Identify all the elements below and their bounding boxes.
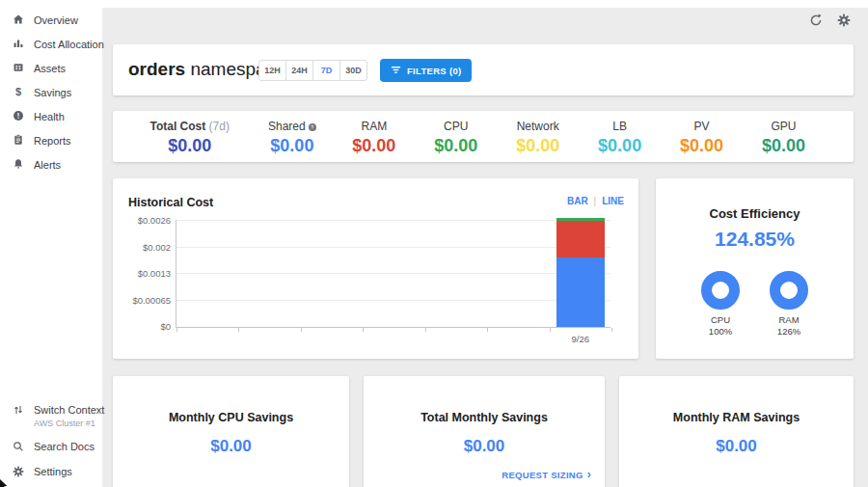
donut-percent: 100%: [694, 326, 746, 337]
efficiency-donuts: CPU 100% RAM 126%: [656, 271, 854, 337]
top-edge-strip: [0, 0, 868, 8]
cost-efficiency-title: Cost Efficiency: [656, 206, 854, 221]
stat-shared: Shared? $0.00: [251, 120, 333, 162]
x-axis-tick: [176, 328, 177, 332]
sidebar-item-label: Assets: [34, 63, 66, 74]
stat-label: Network: [497, 120, 579, 133]
x-axis-tick: [425, 328, 426, 332]
chart-gridline: [176, 273, 610, 274]
x-axis-tick: [301, 328, 302, 332]
clipboard-icon: [13, 134, 24, 148]
savings-card-title: Monthly CPU Savings: [113, 411, 349, 424]
savings-card-value: $0.00: [364, 437, 605, 456]
cost-summary-card: Total Cost (7d) $0.00 Shared? $0.00 RAM …: [113, 111, 854, 162]
stat-label: GPU: [743, 120, 825, 133]
donut-percent: 126%: [763, 326, 815, 337]
stat-ram: RAM $0.00: [333, 120, 415, 162]
sidebar-item-label: Overview: [34, 14, 78, 26]
sidebar-item-health[interactable]: Health: [0, 104, 102, 128]
stat-pv: PV $0.00: [661, 120, 743, 162]
sidebar-nav: Overview Cost Allocation Assets $ Saving…: [0, 0, 102, 176]
donut-label: RAM: [763, 314, 815, 325]
bar-segment-blue[interactable]: [556, 257, 605, 327]
chart-gridline: [176, 300, 610, 301]
time-range-7d-button[interactable]: 7D: [312, 60, 340, 81]
time-range-24h-button[interactable]: 24H: [285, 60, 313, 81]
filters-button[interactable]: FILTERS (0): [380, 59, 472, 82]
line-view-button[interactable]: LINE: [602, 196, 624, 206]
stat-value: $0.00: [497, 136, 579, 156]
sidebar-item-settings[interactable]: Settings: [0, 460, 102, 485]
donut-ring: [701, 271, 740, 310]
sidebar-item-assets[interactable]: Assets: [0, 56, 102, 80]
current-cluster-label: AWS Cluster #1: [34, 418, 104, 429]
sidebar-item-label: Cost Allocation: [34, 39, 104, 50]
sidebar-item-alerts[interactable]: Alerts: [0, 152, 102, 176]
historical-plot: $0$0.00065$0.0013$0.002$0.00269/26: [176, 220, 610, 328]
stat-value: $0.00: [333, 136, 415, 156]
bar-segment-green[interactable]: [556, 218, 605, 221]
historical-cost-card: Historical Cost BAR | LINE $0$0.00065$0.…: [113, 178, 638, 359]
stat-value: $0.00: [251, 136, 333, 156]
sidebar: Overview Cost Allocation Assets $ Saving…: [0, 0, 102, 487]
sidebar-item-cost-allocation[interactable]: Cost Allocation: [0, 32, 102, 56]
bar-chart-icon: [13, 38, 24, 51]
sidebar-footer: Switch Context AWS Cluster #1 Search Doc…: [0, 398, 102, 485]
y-axis-label: $0.0013: [117, 268, 171, 279]
time-range-12h-button[interactable]: 12H: [258, 60, 286, 81]
y-axis-label: $0: [117, 321, 171, 332]
time-range-group: 12H 24H 7D 30D: [258, 60, 367, 81]
x-axis-tick: [611, 328, 612, 332]
bar-view-button[interactable]: BAR: [567, 196, 588, 206]
y-axis-label: $0.00065: [117, 295, 171, 306]
cost-efficiency-value: 124.85%: [656, 228, 854, 251]
donut-ring: [770, 271, 808, 310]
filter-list-icon: [391, 65, 401, 77]
stat-value: $0.00: [128, 136, 251, 156]
x-axis-tick: [550, 328, 551, 332]
sidebar-item-savings[interactable]: $ Savings: [0, 80, 102, 104]
cost-efficiency-card: Cost Efficiency 124.85% CPU 100% RAM 126…: [656, 178, 854, 359]
x-axis-tick: [238, 328, 239, 332]
x-axis-date-label: 9/26: [561, 334, 600, 344]
sidebar-item-switch-context[interactable]: Switch Context AWS Cluster #1: [0, 398, 102, 435]
sidebar-item-overview[interactable]: Overview: [0, 8, 102, 32]
savings-card-value: $0.00: [113, 437, 349, 456]
savings-card-title: Monthly RAM Savings: [619, 411, 854, 424]
y-axis-label: $0.002: [117, 242, 171, 253]
monthly-ram-savings-card: Monthly RAM Savings $0.00: [619, 376, 854, 487]
stat-value: $0.00: [415, 136, 497, 156]
dollar-icon: $: [13, 86, 24, 99]
page-title-name: orders: [128, 59, 185, 79]
bar-segment-red[interactable]: [556, 221, 605, 257]
historical-cost-title: Historical Cost: [128, 196, 213, 209]
bell-icon: [13, 158, 24, 172]
stat-label: CPU: [415, 120, 497, 133]
sidebar-item-label: Reports: [34, 135, 71, 147]
savings-card-value: $0.00: [619, 437, 854, 456]
settings-label: Settings: [34, 466, 72, 477]
help-icon[interactable]: ?: [309, 123, 316, 131]
request-sizing-link[interactable]: REQUEST SIZING ›: [502, 468, 591, 481]
request-sizing-label: REQUEST SIZING: [502, 470, 583, 480]
sidebar-item-reports[interactable]: Reports: [0, 128, 102, 152]
stat-lb: LB $0.00: [579, 120, 661, 162]
home-icon: [13, 14, 24, 27]
stat-label: PV: [661, 120, 743, 133]
mouse-cursor: [0, 477, 10, 487]
stat-label: LB: [579, 120, 661, 133]
switch-context-label: Switch Context: [34, 404, 104, 416]
time-range-30d-button[interactable]: 30D: [339, 60, 367, 81]
sidebar-item-search-docs[interactable]: Search Docs: [0, 435, 102, 460]
total-monthly-savings-card: Total Monthly Savings $0.00 REQUEST SIZI…: [364, 376, 605, 487]
stat-window-suffix: (7d): [205, 120, 230, 133]
x-axis-tick: [363, 328, 364, 332]
refresh-icon[interactable]: [809, 14, 823, 27]
sidebar-item-label: Alerts: [34, 159, 61, 171]
stat-value: $0.00: [661, 136, 743, 156]
chevron-right-icon: ›: [587, 468, 591, 481]
settings-icon[interactable]: [837, 14, 851, 27]
health-icon: [13, 110, 24, 123]
y-axis-label: $0.0026: [117, 215, 171, 226]
page-header-card: orders namespace 12H 24H 7D 30D FILTERS …: [113, 44, 854, 95]
